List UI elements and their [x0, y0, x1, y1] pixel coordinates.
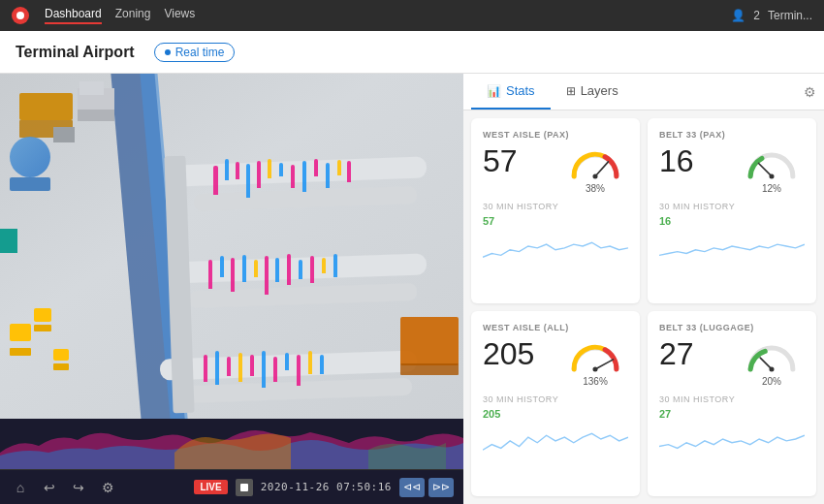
history-value-1: 16 [659, 215, 805, 227]
gauge-3: 20% [739, 338, 805, 387]
stat-card-west-aisle-pax: WEST AISLE (PAX) 57 38% [471, 118, 640, 303]
timeline-area[interactable] [0, 419, 463, 469]
sparkline-1 [659, 231, 805, 262]
settings-button[interactable]: ⚙ [97, 477, 118, 498]
bar-yellow-1 [268, 159, 271, 178]
bar-blue-l1 [215, 351, 219, 385]
bar-blue-3 [279, 163, 283, 176]
stats-icon: 📊 [487, 84, 501, 98]
bar-blue-l3 [285, 353, 289, 370]
history-value-3: 27 [659, 408, 805, 420]
stat-card-title-2: WEST AISLE (ALL) [483, 323, 628, 332]
nav-zoning[interactable]: Zoning [115, 7, 151, 24]
map-area[interactable] [0, 74, 463, 419]
skip-back-button[interactable]: ⊲⊲ [399, 478, 425, 497]
cylinder-shadow [10, 177, 50, 191]
layers-tab-label: Layers [581, 83, 618, 98]
bar-pink-1 [213, 166, 218, 195]
stat-number-1: 16 [659, 145, 694, 176]
airport-3d-view [0, 74, 463, 419]
bar-yellow-l2 [308, 351, 312, 374]
app-name: Termin... [768, 9, 812, 22]
stat-card-title-0: WEST AISLE (PAX) [483, 130, 628, 140]
panel-tabs: 📊 Stats ⊞ Layers ⚙ [463, 74, 824, 110]
bar-pink-2 [236, 162, 239, 179]
home-button[interactable]: ⌂ [10, 477, 31, 498]
gauge-pct-1: 12% [762, 183, 781, 194]
box-yellow-1 [10, 324, 31, 341]
nav-dashboard[interactable]: Dashboard [45, 7, 102, 24]
tab-stats[interactable]: 📊 Stats [471, 74, 551, 110]
stat-main-row-2: 205 136% [483, 338, 628, 387]
stat-card-belt-33-pax: BELT 33 (PAX) 16 12% 30 MIN H [648, 118, 816, 303]
stop-icon [240, 484, 248, 491]
stop-button[interactable] [236, 479, 253, 496]
realtime-badge[interactable]: Real time [154, 43, 236, 62]
concourse-upper [174, 156, 428, 186]
bar-pink-4 [291, 165, 295, 188]
bar-pink-l4 [273, 357, 277, 382]
nav-items: Dashboard Zoning Views [45, 7, 195, 24]
bar-blue-l2 [262, 351, 266, 388]
redo-button[interactable]: ↪ [68, 477, 89, 498]
svg-point-7 [769, 366, 774, 371]
nav-views[interactable]: Views [164, 7, 195, 24]
stat-number-0: 57 [483, 145, 518, 176]
bar-yellow-m2 [322, 258, 326, 273]
box-yellow-shadow-3 [53, 363, 69, 370]
sparkline-2 [483, 424, 628, 455]
panel-settings-icon[interactable]: ⚙ [804, 84, 816, 100]
building-orange [19, 93, 73, 120]
history-label-3: 30 MIN HISTORY [659, 394, 805, 404]
history-label-2: 30 MIN HISTORY [483, 394, 628, 404]
history-value-0: 57 [483, 215, 628, 227]
bar-pink-l2 [227, 357, 231, 376]
building-top1 [79, 81, 104, 95]
bar-pink-m4 [287, 254, 291, 285]
bar-blue-m1 [220, 256, 224, 277]
stat-number-3: 27 [659, 338, 694, 369]
bar-pink-m2 [231, 258, 235, 292]
right-panel: 📊 Stats ⊞ Layers ⚙ WEST AISLE (PAX) 57 [463, 74, 824, 504]
gauge-pct-3: 20% [762, 376, 781, 387]
concourse-lower2 [179, 378, 412, 403]
bar-blue-2 [246, 164, 250, 198]
skip-buttons: ⊲⊲ ⊳⊳ [399, 478, 454, 497]
gauge-0: 38% [562, 145, 628, 194]
gauge-pct-2: 136% [583, 376, 608, 387]
teal-accent [0, 229, 17, 253]
stat-card-title-1: BELT 33 (PAX) [659, 130, 805, 140]
box-yellow-shadow-1 [10, 348, 31, 356]
bar-blue-5 [326, 163, 330, 188]
bar-pink-l3 [250, 355, 254, 376]
stat-card-belt-33-luggage: BELT 33 (LUGGAGE) 27 20% 30 M [648, 311, 816, 496]
box-yellow-2 [34, 308, 51, 322]
live-badge: LIVE [194, 480, 227, 494]
building-small1 [53, 127, 75, 142]
controls-bar: ⌂ ↩ ↪ ⚙ LIVE 2020-11-26 07:50:16 ⊲⊲ ⊳⊳ [0, 469, 463, 504]
gauge-2: 136% [562, 338, 628, 387]
stat-main-row-0: 57 38% [483, 145, 628, 194]
bar-blue-1 [225, 159, 229, 180]
building-orange-br-shadow [400, 363, 459, 375]
svg-point-5 [592, 366, 597, 371]
undo-button[interactable]: ↩ [39, 477, 60, 498]
tab-layers[interactable]: ⊞ Layers [551, 74, 634, 110]
bar-pink-l5 [297, 355, 301, 386]
gauge-pct-0: 38% [586, 183, 605, 194]
bar-pink-5 [314, 159, 318, 176]
svg-point-1 [592, 173, 597, 178]
user-count: 2 [753, 9, 760, 22]
building-orange-br [400, 317, 459, 365]
history-value-2: 205 [483, 408, 628, 420]
skip-forward-button[interactable]: ⊳⊳ [428, 478, 454, 497]
bar-pink-m5 [310, 256, 314, 283]
bar-pink-6 [347, 161, 351, 182]
bar-blue-l4 [320, 355, 324, 374]
svg-point-3 [769, 173, 774, 178]
left-panel: ⌂ ↩ ↪ ⚙ LIVE 2020-11-26 07:50:16 ⊲⊲ ⊳⊳ [0, 74, 463, 504]
timeline-chart [0, 419, 463, 469]
bar-pink-l1 [204, 355, 207, 382]
app-logo[interactable] [12, 7, 29, 24]
bar-pink-m1 [208, 260, 212, 289]
